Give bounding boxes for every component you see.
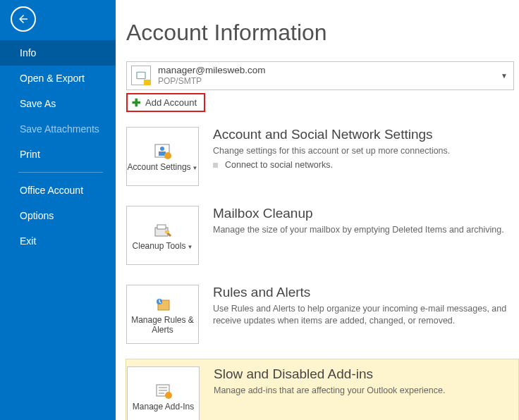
section-desc: Change settings for this account or set … xyxy=(213,145,512,158)
sidebar-item-exit[interactable]: Exit xyxy=(0,228,116,254)
section-desc: Use Rules and Alerts to help organize yo… xyxy=(213,303,512,328)
sidebar-item-print[interactable]: Print xyxy=(0,142,116,167)
account-text: manager@milesweb.com POP/SMTP xyxy=(158,65,501,87)
svg-rect-7 xyxy=(165,230,169,233)
cleanup-tools-icon xyxy=(153,222,173,239)
section-title: Rules and Alerts xyxy=(213,285,512,300)
sidebar-item-save-as[interactable]: Save As xyxy=(0,91,116,116)
sidebar-item-save-attachments: Save Attachments xyxy=(0,116,116,142)
rules-alerts-icon xyxy=(153,296,173,313)
manage-rules-alerts-label: Manage Rules & Alerts xyxy=(127,315,198,335)
section-mailbox-cleanup: Cleanup Tools▼ Mailbox Cleanup Manage th… xyxy=(126,201,519,270)
page-title: Account Information xyxy=(126,20,519,46)
sidebar-item-open-export[interactable]: Open & Export xyxy=(0,66,116,91)
cleanup-tools-label: Cleanup Tools▼ xyxy=(133,241,193,251)
svg-rect-0 xyxy=(137,73,145,79)
sidebar-divider xyxy=(18,172,103,173)
account-settings-label: Account Settings▼ xyxy=(128,162,198,172)
section-title: Mailbox Cleanup xyxy=(213,206,512,221)
add-account-label: Add Account xyxy=(145,97,197,108)
add-account-button[interactable]: ✚ Add Account xyxy=(126,93,205,112)
chevron-down-icon: ▼ xyxy=(501,72,508,80)
section-addins: Manage Add-Ins Slow and Disabled Add-ins… xyxy=(126,359,519,420)
section-rules-alerts: Manage Rules & Alerts Rules and Alerts U… xyxy=(126,280,519,349)
manage-rules-alerts-button[interactable]: Manage Rules & Alerts xyxy=(126,285,199,344)
connect-social-text: Connect to social networks. xyxy=(225,160,333,170)
svg-point-2 xyxy=(160,147,164,151)
sidebar: Info Open & Export Save As Save Attachme… xyxy=(0,0,116,420)
sidebar-item-options[interactable]: Options xyxy=(0,203,116,228)
back-button[interactable] xyxy=(11,6,36,32)
account-selector[interactable]: manager@milesweb.com POP/SMTP ▼ xyxy=(126,61,514,90)
account-settings-button[interactable]: Account Settings▼ xyxy=(126,127,199,186)
svg-point-4 xyxy=(164,152,171,159)
cleanup-tools-button[interactable]: Cleanup Tools▼ xyxy=(126,206,199,265)
bullet-icon xyxy=(213,163,218,168)
sidebar-item-office-account[interactable]: Office Account xyxy=(0,178,116,203)
section-title: Account and Social Network Settings xyxy=(213,127,512,142)
account-email: manager@milesweb.com xyxy=(158,65,501,76)
account-protocol: POP/SMTP xyxy=(158,76,501,86)
manage-addins-button[interactable]: Manage Add-Ins xyxy=(127,366,200,420)
svg-rect-6 xyxy=(157,225,166,229)
main-panel: Account Information manager@milesweb.com… xyxy=(116,0,519,420)
section-desc: Manage add-ins that are affecting your O… xyxy=(214,385,511,397)
plus-icon: ✚ xyxy=(132,97,141,108)
section-account-settings: Account Settings▼ Account and Social Net… xyxy=(126,122,519,191)
account-settings-icon xyxy=(153,143,173,160)
sidebar-item-info[interactable]: Info xyxy=(0,40,116,66)
manage-addins-icon xyxy=(154,383,173,400)
manage-addins-label: Manage Add-Ins xyxy=(133,402,194,412)
section-title: Slow and Disabled Add-ins xyxy=(214,366,511,382)
back-arrow-icon xyxy=(17,13,30,25)
section-desc: Manage the size of your mailbox by empty… xyxy=(213,224,512,237)
svg-point-14 xyxy=(165,392,172,399)
section-sub: Connect to social networks. xyxy=(213,160,512,170)
account-icon xyxy=(131,66,151,85)
